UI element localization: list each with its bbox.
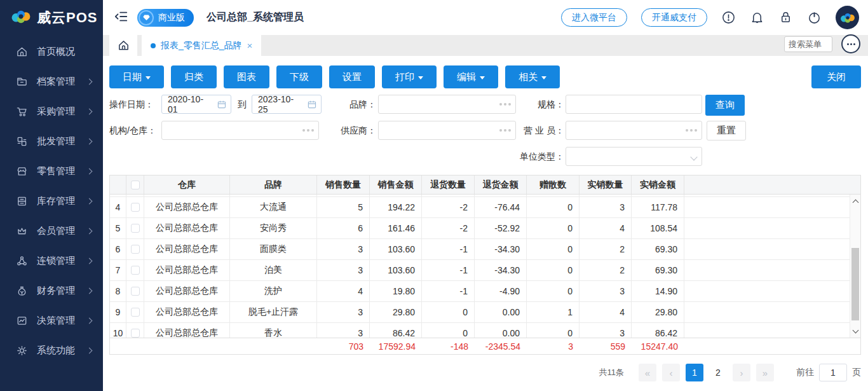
next-page-button[interactable]: ›: [733, 364, 750, 381]
col-gift-qty[interactable]: 赠散数: [527, 175, 580, 194]
user-avatar[interactable]: [836, 6, 859, 29]
col-sales-qty[interactable]: 销售数量: [317, 175, 370, 194]
ellipsis-picker-icon[interactable]: [480, 95, 516, 114]
sidebar-item-system[interactable]: 系统功能: [0, 336, 103, 366]
more-menu-icon[interactable]: [841, 34, 860, 53]
sublevel-button[interactable]: 下级: [276, 65, 322, 88]
page-1-button[interactable]: 1: [686, 364, 703, 381]
goto-page-input[interactable]: [819, 364, 847, 381]
col-warehouse[interactable]: 仓库: [144, 175, 230, 194]
info-icon[interactable]: [721, 10, 736, 25]
select-all-checkbox-cell: [126, 175, 144, 194]
cart-icon: [15, 106, 28, 118]
menu-search-input[interactable]: [784, 36, 832, 52]
tab-report-retail-brand[interactable]: 报表_零售汇总_品牌 ×: [142, 35, 261, 56]
table-row[interactable]: 5 公司总部总仓库 安尚秀 6 161.46 -2 -52.92 0 4 108…: [110, 218, 860, 239]
date-range-label: 操作日期：: [109, 95, 154, 114]
ellipsis-picker-icon[interactable]: [283, 121, 319, 140]
spec-label: 规格：: [521, 95, 564, 114]
micro-platform-button[interactable]: 进入微平台: [561, 8, 627, 27]
classify-button[interactable]: 归类: [171, 65, 217, 88]
unit-type-select[interactable]: [566, 147, 702, 166]
tab-home[interactable]: [109, 35, 137, 56]
first-page-button[interactable]: «: [639, 364, 656, 381]
power-icon[interactable]: [807, 10, 822, 25]
chevron-right-icon: [86, 109, 93, 115]
money-bag-icon: [15, 285, 28, 298]
col-return-amount[interactable]: 退货金额: [475, 175, 527, 194]
col-return-qty[interactable]: 退货数量: [422, 175, 475, 194]
bell-icon[interactable]: [750, 10, 764, 25]
table-header-row: 仓库 品牌 销售数量 销售金额 退货数量 退货金额 赠散数 实销数量 实销金额: [110, 175, 860, 195]
table-row[interactable]: 7 公司总部总仓库 泊美 3 103.60 -1 -34.30 0 2 69.3…: [110, 260, 860, 281]
edition-badge[interactable]: 商业版: [137, 9, 194, 27]
reset-button[interactable]: 重置: [707, 121, 746, 141]
top-header: 商业版 公司总部_系统管理员 进入微平台 开通威支付: [103, 0, 868, 35]
chevron-down-icon: [541, 76, 546, 79]
sidebar: 威云POS 首页概况 档案管理 采购管理 批发管理: [0, 0, 103, 391]
goto-label: 前往: [796, 367, 814, 378]
query-button[interactable]: 查询: [705, 95, 745, 116]
row-checkbox[interactable]: [131, 287, 140, 296]
chevron-down-icon: [480, 76, 485, 79]
spec-input[interactable]: [566, 95, 702, 114]
sidebar-item-archives[interactable]: 档案管理: [0, 67, 103, 97]
related-button[interactable]: 相关: [505, 65, 560, 88]
row-checkbox[interactable]: [131, 203, 140, 212]
table-row[interactable]: 10 公司总部总仓库 香水 3 86.42 0 0.00 0 3 86.42: [110, 323, 860, 338]
date-button[interactable]: 日期: [109, 65, 164, 88]
print-button[interactable]: 打印: [382, 65, 437, 88]
col-brand[interactable]: 品牌: [230, 175, 317, 194]
sidebar-item-purchasing[interactable]: 采购管理: [0, 97, 103, 127]
vertical-scrollbar[interactable]: [850, 195, 860, 338]
tab-label: 报表_零售汇总_品牌: [161, 40, 242, 51]
col-net-amount[interactable]: 实销金额: [632, 175, 684, 194]
total-net-amount: 15247.40: [632, 338, 684, 354]
sidebar-item-inventory[interactable]: 库存管理: [0, 186, 103, 216]
home-icon: [118, 39, 130, 51]
table-row[interactable]: 8 公司总部总仓库 洗护 4 19.80 -1 -4.90 0 3 14.90: [110, 281, 860, 302]
col-sales-amount[interactable]: 销售金额: [370, 175, 422, 194]
sidebar-item-wholesale[interactable]: 批发管理: [0, 127, 103, 156]
sidebar-item-decision[interactable]: 决策管理: [0, 306, 103, 336]
ellipsis-picker-icon[interactable]: [666, 121, 702, 140]
edit-button[interactable]: 编辑: [444, 65, 498, 88]
wei-pay-button[interactable]: 开通威支付: [641, 8, 707, 27]
scroll-up-icon[interactable]: [850, 196, 860, 206]
settings-button[interactable]: 设置: [329, 65, 375, 88]
date-to-input[interactable]: 2023-10-25: [252, 95, 322, 114]
chevron-right-icon: [86, 348, 93, 354]
row-checkbox[interactable]: [131, 245, 140, 254]
retail-icon: [15, 165, 28, 178]
row-checkbox[interactable]: [131, 266, 140, 275]
close-icon[interactable]: ×: [247, 41, 253, 50]
lock-icon[interactable]: [778, 10, 793, 25]
chevron-down-icon: [146, 76, 151, 79]
row-checkbox[interactable]: [131, 308, 140, 317]
close-report-button[interactable]: 关闭: [811, 65, 861, 88]
col-net-qty[interactable]: 实销数量: [580, 175, 632, 194]
table-row[interactable]: 4 公司总部总仓库 大流通 5 194.22 -2 -76.44 0 3 117…: [110, 197, 860, 218]
table-body: 4 公司总部总仓库 大流通 5 194.22 -2 -76.44 0 3 117…: [110, 195, 860, 338]
table-row[interactable]: 6 公司总部总仓库 面膜类 3 103.60 -1 -34.30 0 2 69.…: [110, 239, 860, 260]
collapse-sidebar-icon[interactable]: [114, 10, 128, 26]
sidebar-item-home[interactable]: 首页概况: [0, 37, 103, 67]
sidebar-item-finance[interactable]: 财务管理: [0, 276, 103, 306]
sidebar-item-retail[interactable]: 零售管理: [0, 156, 103, 186]
date-from-input[interactable]: 2020-10-01: [161, 95, 231, 114]
inventory-icon: [15, 195, 28, 208]
select-all-checkbox[interactable]: [131, 181, 140, 189]
scroll-down-icon[interactable]: [850, 326, 860, 336]
member-crown-icon: [15, 225, 28, 238]
page-2-button[interactable]: 2: [709, 364, 727, 381]
chart-button[interactable]: 图表: [224, 65, 269, 88]
last-page-button[interactable]: »: [756, 364, 774, 381]
row-checkbox[interactable]: [131, 329, 140, 338]
sidebar-item-members[interactable]: 会员管理: [0, 216, 103, 246]
row-checkbox[interactable]: [131, 224, 140, 233]
table-row[interactable]: 9 公司总部总仓库 脱毛+止汗露 3 29.80 0 0.00 1 4 29.8…: [110, 302, 860, 323]
chevron-right-icon: [86, 288, 93, 294]
prev-page-button[interactable]: ‹: [662, 364, 680, 381]
sidebar-item-chain[interactable]: 连锁管理: [0, 246, 103, 276]
scrollbar-thumb[interactable]: [851, 248, 859, 320]
